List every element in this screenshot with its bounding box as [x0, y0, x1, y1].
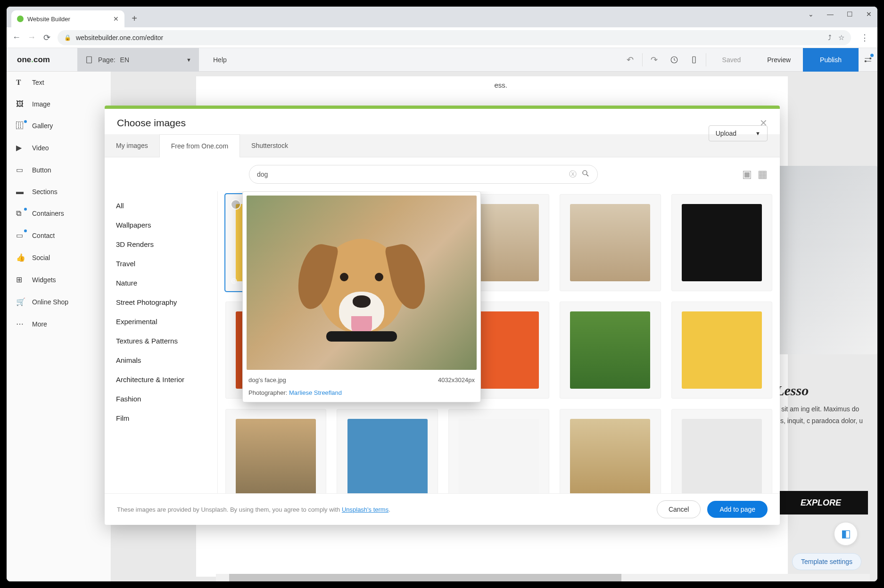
window-maximize-icon[interactable]: ☐: [847, 10, 853, 18]
gallery-thumbnail[interactable]: [671, 409, 772, 493]
browser-tab[interactable]: Website Builder ✕: [11, 10, 124, 27]
chevron-down-icon[interactable]: ⌄: [808, 10, 814, 18]
reload-icon[interactable]: ⟳: [42, 33, 51, 43]
close-tab-icon[interactable]: ✕: [113, 15, 119, 23]
brand-logo[interactable]: one.com: [7, 55, 77, 65]
small-grid-icon[interactable]: ▦: [758, 168, 768, 180]
sidebar-item-online-shop[interactable]: 🛒Online Shop: [7, 291, 111, 313]
magnify-icon[interactable]: ⊕: [231, 276, 238, 286]
upload-label: Upload: [716, 130, 736, 137]
sidebar-item-button[interactable]: ▭Button: [7, 159, 111, 181]
sidebar-item-label: Widgets: [32, 276, 56, 284]
gallery-thumbnail[interactable]: [671, 194, 772, 291]
browser-menu-icon[interactable]: ⋮: [858, 33, 872, 43]
category-item[interactable]: Wallpapers: [105, 215, 217, 235]
sidebar-item-contact[interactable]: ▭Contact: [7, 224, 111, 246]
sidebar-item-more[interactable]: ⋯More: [7, 313, 111, 335]
sidebar-item-text[interactable]: 𝐓Text: [7, 72, 111, 93]
category-item[interactable]: Travel: [105, 254, 217, 273]
svg-point-5: [583, 171, 587, 175]
search-icon[interactable]: [581, 169, 590, 180]
image-preview-popover: dog's face.jpg 4032x3024px Photographer:…: [242, 191, 481, 402]
back-icon[interactable]: ←: [12, 33, 21, 42]
sidebar-item-widgets[interactable]: ⊞Widgets: [7, 269, 111, 291]
gallery-thumbnail[interactable]: [560, 194, 661, 291]
add-to-page-button[interactable]: Add to page: [707, 501, 768, 518]
address-bar[interactable]: 🔒 websitebuilder.one.com/editor ⤴ ☆: [58, 30, 851, 45]
mobile-preview-icon[interactable]: [684, 48, 704, 72]
category-item[interactable]: Nature: [105, 273, 217, 293]
lock-icon: 🔒: [64, 34, 71, 41]
sidebar-item-label: Image: [32, 100, 50, 108]
search-input-wrapper[interactable]: ⓧ: [249, 165, 598, 184]
thumbnail-image: [682, 204, 762, 281]
upload-dropdown[interactable]: Upload ▼: [709, 125, 768, 141]
gallery-thumbnail[interactable]: [560, 302, 661, 399]
help-link[interactable]: Help: [199, 56, 241, 64]
modal-tab-shutterstock[interactable]: Shutterstock: [240, 134, 299, 157]
sidebar-item-video[interactable]: ▶Video: [7, 137, 111, 159]
choose-images-modal: Choose images ✕ Upload ▼ My imagesFree f…: [105, 106, 780, 525]
thumbnail-image: [570, 419, 650, 493]
sidebar-item-label: Contact: [32, 232, 55, 239]
category-item[interactable]: 3D Renders: [105, 235, 217, 254]
category-item[interactable]: Animals: [105, 351, 217, 370]
thumbnail-image: [347, 419, 428, 493]
category-item[interactable]: All: [105, 196, 217, 215]
cancel-button[interactable]: Cancel: [657, 500, 701, 518]
page-selector[interactable]: Page: EN ▼: [77, 48, 199, 72]
notification-dot: [870, 54, 874, 57]
template-settings-button[interactable]: Template settings: [792, 553, 861, 570]
search-input[interactable]: [257, 171, 564, 178]
browser-tab-strip: Website Builder ✕ + ⌄ ― ☐ ✕: [7, 7, 877, 27]
window-close-icon[interactable]: ✕: [866, 10, 872, 18]
gallery-thumbnail[interactable]: [671, 302, 772, 399]
redo-icon[interactable]: ↷: [644, 48, 664, 72]
sidebar-item-containers[interactable]: ⧉Containers: [7, 203, 111, 224]
preview-image: [247, 196, 477, 370]
forward-icon[interactable]: →: [27, 33, 36, 42]
image-gallery: ⊕FREE: [218, 191, 780, 493]
preview-button[interactable]: Preview: [755, 56, 803, 64]
photographer-link[interactable]: Marliese Streefland: [289, 389, 342, 396]
window-minimize-icon[interactable]: ―: [827, 10, 834, 18]
sidebar-item-image[interactable]: 🖼Image: [7, 93, 111, 115]
share-icon[interactable]: ⤴: [828, 33, 832, 42]
publish-button[interactable]: Publish: [803, 48, 859, 72]
unsplash-terms-link[interactable]: Unsplash's terms: [342, 506, 388, 513]
sidebar-item-sections[interactable]: ▬Sections: [7, 181, 111, 203]
modal-tab-my-images[interactable]: My images: [105, 134, 159, 157]
explore-button[interactable]: EXPLORE: [774, 491, 868, 514]
sidebar-item-label: Online Shop: [32, 298, 68, 306]
clear-icon[interactable]: ⓧ: [569, 170, 577, 180]
theme-floating-button[interactable]: ◧: [834, 522, 858, 546]
sidebar-item-gallery[interactable]: ⿲Gallery: [7, 115, 111, 137]
category-item[interactable]: Architecture & Interior: [105, 370, 217, 389]
gallery-thumbnail[interactable]: [560, 409, 661, 493]
horizontal-scrollbar[interactable]: [216, 574, 870, 581]
view-mode-toggle: ▣ ▦: [742, 168, 768, 180]
gallery-thumbnail[interactable]: [448, 409, 549, 493]
url-text: websitebuilder.one.com/editor: [76, 34, 823, 41]
sidebar-item-label: Containers: [32, 210, 64, 217]
settings-icon[interactable]: [859, 48, 877, 72]
window-controls: ⌄ ― ☐ ✕: [808, 10, 872, 18]
modal-tab-free-from-one-com[interactable]: Free from One.com: [159, 134, 240, 157]
provider-notice: These images are provided by Unsplash. B…: [117, 506, 390, 513]
widgets-icon: ⊞: [16, 275, 25, 284]
history-icon[interactable]: [664, 48, 684, 72]
gallery-thumbnail[interactable]: [337, 409, 438, 493]
page-icon: [85, 56, 93, 64]
category-item[interactable]: Fashion: [105, 389, 217, 408]
category-item[interactable]: Experimental: [105, 312, 217, 331]
category-item[interactable]: Film: [105, 408, 217, 428]
category-item[interactable]: Street Photography: [105, 293, 217, 312]
bookmark-icon[interactable]: ☆: [838, 33, 844, 42]
category-item[interactable]: Textures & Patterns: [105, 331, 217, 351]
sidebar-item-social[interactable]: 👍Social: [7, 246, 111, 269]
gallery-thumbnail[interactable]: [225, 409, 326, 493]
large-grid-icon[interactable]: ▣: [742, 168, 752, 180]
saved-status: Saved: [708, 56, 755, 64]
new-tab-button[interactable]: +: [127, 11, 141, 25]
undo-icon[interactable]: ↶: [620, 48, 640, 72]
